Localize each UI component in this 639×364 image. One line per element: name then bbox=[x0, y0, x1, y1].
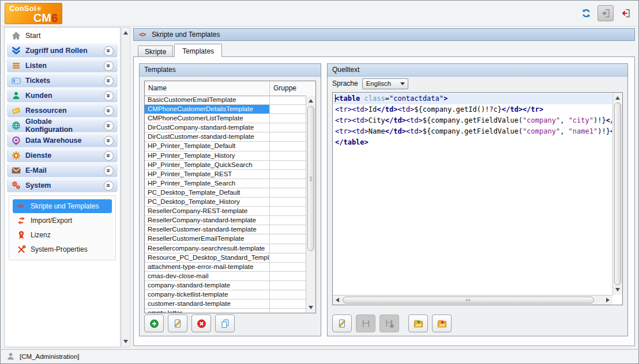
table-row[interactable]: customer-standard-template bbox=[145, 299, 306, 309]
sidebar-item-label: Globale Konfiguration bbox=[25, 117, 99, 134]
scroll-up-icon[interactable] bbox=[615, 96, 620, 100]
table-row[interactable]: ResellerCustomer-standard-template bbox=[145, 225, 306, 234]
code-token: <tr> bbox=[335, 105, 352, 113]
table-row[interactable]: cmas-dev-close-mail bbox=[145, 272, 306, 281]
table-row[interactable]: CMPhoneCustomerDetailsTemplate bbox=[145, 105, 306, 114]
code-token: <td> bbox=[352, 116, 369, 124]
sidebar-item-globale-konfiguration[interactable]: Globale Konfiguration» bbox=[7, 119, 118, 132]
table-row[interactable]: HP_Printer_Template_Default bbox=[145, 142, 306, 151]
sidebar-item-start[interactable]: Start bbox=[7, 29, 118, 43]
expand-chevron-icon[interactable]: » bbox=[104, 76, 114, 86]
tab-skripte[interactable]: Skripte bbox=[138, 46, 173, 57]
source-folder-import-button[interactable] bbox=[408, 314, 428, 332]
table-row[interactable]: PC_Desktop_Template_Default bbox=[145, 188, 306, 198]
templates-edit-button[interactable] bbox=[168, 314, 187, 332]
main-area: <> Skripte und Templates SkripteTemplate… bbox=[132, 26, 636, 347]
expand-chevron-icon[interactable]: » bbox=[104, 106, 114, 116]
refresh-icon bbox=[581, 9, 591, 18]
scrollbar-thumb[interactable] bbox=[614, 103, 621, 285]
template-gruppe-cell bbox=[270, 151, 306, 160]
sidebar-item-listen[interactable]: Listen» bbox=[7, 59, 118, 73]
expand-chevron-icon[interactable]: » bbox=[104, 151, 114, 161]
table-row[interactable]: Resellercompany-searchresult-template bbox=[145, 244, 306, 253]
code-editor-text[interactable]: <table class="contactdata"><tr><td>Id</t… bbox=[333, 93, 612, 294]
template-name-cell: company-standard-template bbox=[145, 281, 270, 290]
table-row[interactable]: attachment-type-error-mail-template bbox=[145, 263, 306, 272]
table-row[interactable]: Resource_PC_Desktop_Standard_Template bbox=[145, 253, 306, 263]
template-gruppe-cell bbox=[270, 309, 306, 313]
table-row[interactable]: ResellerCompany-standard-template bbox=[145, 216, 306, 225]
table-row[interactable]: empty letter bbox=[145, 309, 306, 313]
collapse-chevron-icon[interactable]: « bbox=[104, 181, 114, 191]
template-gruppe-cell bbox=[270, 263, 306, 271]
template-gruppe-cell bbox=[270, 234, 306, 243]
templates-add-button[interactable] bbox=[144, 314, 164, 332]
code-token: <td> bbox=[352, 127, 369, 135]
scroll-up-icon[interactable] bbox=[123, 31, 128, 35]
sidebar-item-ressourcen[interactable]: Ressourcen» bbox=[7, 104, 118, 117]
expand-chevron-icon[interactable]: » bbox=[104, 166, 114, 176]
source-edit-button[interactable] bbox=[332, 314, 352, 332]
scroll-up-icon[interactable] bbox=[309, 99, 313, 103]
table-row[interactable]: company-ticketlist-template bbox=[145, 290, 306, 299]
sidebar-item-kunden[interactable]: Kunden» bbox=[7, 89, 118, 103]
scrollbar-thumb[interactable] bbox=[307, 106, 314, 251]
table-row[interactable]: ResellerCustomerEmailTemplate bbox=[145, 234, 306, 244]
table-row[interactable]: DirCustCustomer-standard-template bbox=[145, 132, 306, 142]
templates-table-scrollbar[interactable] bbox=[306, 96, 315, 313]
globe-icon bbox=[11, 121, 21, 131]
table-row[interactable]: HP_Printer_Template_QuickSearch bbox=[145, 161, 306, 170]
table-row[interactable]: HP_Printer_Template_REST bbox=[145, 170, 306, 179]
table-row[interactable]: HP_Printer_Template_History bbox=[145, 151, 306, 161]
door-out-button[interactable] bbox=[617, 5, 633, 21]
scrollbar-thumb[interactable] bbox=[343, 297, 594, 304]
tab-templates[interactable]: Templates bbox=[174, 44, 222, 57]
sidebar-item-tickets[interactable]: Tickets» bbox=[7, 74, 118, 88]
template-name-cell: attachment-type-error-mail-template bbox=[145, 263, 270, 271]
sidebar-item-system[interactable]: System« bbox=[7, 179, 118, 192]
column-header-name[interactable]: Name bbox=[145, 81, 270, 96]
table-row[interactable]: BasicCustomerEmailTemplate bbox=[145, 96, 306, 105]
sidebar-item-label: Data Warehouse bbox=[25, 136, 81, 145]
templates-copy-button[interactable] bbox=[215, 314, 235, 332]
scroll-down-icon[interactable] bbox=[615, 288, 620, 291]
scroll-left-icon[interactable] bbox=[336, 298, 339, 302]
logo-product: CM bbox=[33, 12, 51, 24]
code-horizontal-scrollbar[interactable] bbox=[333, 295, 612, 305]
template-gruppe-cell bbox=[270, 225, 306, 234]
refresh-button[interactable] bbox=[578, 5, 594, 21]
templates-delete-button[interactable] bbox=[191, 314, 211, 332]
import-export-icon bbox=[16, 216, 26, 226]
scroll-right-icon[interactable] bbox=[606, 298, 610, 302]
table-row[interactable]: ResellerCompany-REST-template bbox=[145, 207, 306, 216]
sidebar-item-import-export[interactable]: Import/Export bbox=[13, 214, 112, 227]
column-header-gruppe[interactable]: Gruppe bbox=[270, 81, 315, 96]
sidebar-item-system-properties[interactable]: System-Properties bbox=[13, 242, 112, 256]
templates-panel-title: Templates bbox=[140, 64, 321, 77]
sidebar-item-lizenz[interactable]: Lizenz bbox=[13, 228, 112, 242]
expand-chevron-icon[interactable]: » bbox=[104, 91, 114, 101]
expand-chevron-icon[interactable]: » bbox=[104, 136, 114, 146]
sidebar-item-skripte-und-templates[interactable]: <>Skripte und Templates bbox=[13, 199, 112, 213]
expand-chevron-icon[interactable]: » bbox=[104, 46, 114, 56]
expand-chevron-icon[interactable]: » bbox=[104, 121, 114, 131]
code-line: <tr><td>City</td><td>${company.getFieldV… bbox=[333, 115, 612, 126]
sidebar-item-data-warehouse[interactable]: Data Warehouse» bbox=[7, 134, 118, 147]
table-row[interactable]: company-standard-template bbox=[145, 281, 306, 290]
sidebar-item-zugriff-und-rollen[interactable]: Zugriff und Rollen» bbox=[7, 44, 118, 58]
code-token: </table> bbox=[335, 138, 369, 146]
sidebar-item-label: Kunden bbox=[25, 92, 52, 100]
source-folder-export-button[interactable] bbox=[432, 314, 452, 332]
language-select[interactable]: Englisch bbox=[362, 78, 408, 89]
code-vertical-scrollbar[interactable] bbox=[612, 93, 622, 295]
table-row[interactable]: CMPhoneCustomerListTemplate bbox=[145, 114, 306, 123]
sidebar-scrollbar[interactable] bbox=[121, 27, 130, 347]
table-row[interactable]: PC_Desktop_Template_History bbox=[145, 198, 306, 207]
table-row[interactable]: DirCustCompany-standard-template bbox=[145, 123, 306, 132]
scroll-down-icon[interactable] bbox=[309, 306, 313, 309]
table-row[interactable]: HP_Printer_Template_Search bbox=[145, 179, 306, 188]
expand-chevron-icon[interactable]: » bbox=[104, 61, 114, 71]
scroll-down-icon[interactable] bbox=[123, 340, 128, 343]
sidebar-item-dienste[interactable]: Dienste» bbox=[7, 149, 118, 162]
sidebar-item-e-mail[interactable]: E-Mail» bbox=[7, 164, 118, 177]
